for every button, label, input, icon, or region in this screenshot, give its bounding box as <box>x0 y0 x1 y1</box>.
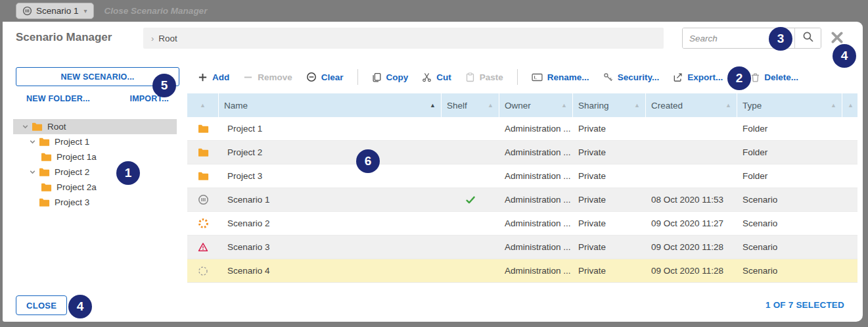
sort-inactive-icon: ▲ <box>488 103 493 109</box>
table-row-scenario-2[interactable]: Scenario 2Administration ...Private09 Oc… <box>187 212 857 236</box>
callout-3: 3 <box>769 27 792 51</box>
table-row-project-1[interactable]: Project 1Administration ...PrivateFolder <box>187 117 857 141</box>
scissors-icon <box>422 72 432 82</box>
cell-name: Scenario 1 <box>219 195 442 205</box>
column-header-sharing[interactable]: Sharing▲ <box>573 93 646 117</box>
cell-owner: Administration ... <box>499 218 573 228</box>
breadcrumb[interactable]: › Root <box>143 28 664 49</box>
sort-inactive-icon: ▲ <box>200 103 206 109</box>
tree-item-label: Project 3 <box>55 197 89 207</box>
cell-owner: Administration ... <box>499 242 573 252</box>
sort-inactive-icon: ▲ <box>831 103 836 109</box>
callout-4: 4 <box>833 44 856 68</box>
chevron-right-icon: › <box>151 34 154 43</box>
cell-type: Folder <box>737 124 842 134</box>
scenario-empty-icon <box>187 266 219 276</box>
delete-button[interactable]: Delete... <box>751 72 798 82</box>
column-header-name[interactable]: Name▲ <box>219 93 442 117</box>
table-row-scenario-3[interactable]: Scenario 3Administration ...Private09 Oc… <box>187 236 857 259</box>
new-folder-link[interactable]: NEW FOLDER... <box>26 94 90 103</box>
export-icon <box>673 72 683 82</box>
remove-button: Remove <box>243 72 292 82</box>
clear-button[interactable]: Clear <box>306 72 344 82</box>
search-icon <box>802 31 814 45</box>
security-button[interactable]: Security... <box>603 72 660 82</box>
chevron-down-icon[interactable] <box>29 168 39 176</box>
toolbar-separator <box>517 69 518 85</box>
table-row-project-3[interactable]: Project 3Administration ...PrivateFolder <box>187 164 857 188</box>
cell-sharing: Private <box>573 266 646 276</box>
chevron-down-icon[interactable] <box>22 123 32 130</box>
close-icon[interactable] <box>829 30 845 45</box>
cell-name: Scenario 2 <box>219 218 442 228</box>
callout-4: 4 <box>68 295 92 318</box>
folder-icon <box>187 124 219 134</box>
cell-owner: Administration ... <box>499 195 573 205</box>
column-header-gutter[interactable]: ▲ <box>842 93 859 117</box>
table-row-scenario-4[interactable]: Scenario 4Administration ...Private09 Oc… <box>187 259 857 283</box>
cut-button[interactable]: Cut <box>422 72 451 82</box>
column-header-type[interactable]: Type▲ <box>737 93 842 117</box>
search-button[interactable] <box>794 28 821 48</box>
toolbar: AddRemoveClearCopyCutPasteRename...Secur… <box>187 63 859 91</box>
table-row-scenario-1[interactable]: Scenario 1Administration ...Private08 Oc… <box>187 188 857 212</box>
tree-item-project-1[interactable]: Project 1 <box>13 134 177 149</box>
copy-button[interactable]: Copy <box>372 72 409 82</box>
tree-item-project-2a[interactable]: Project 2a <box>13 180 177 195</box>
circle-minus-icon <box>306 72 317 82</box>
callout-6: 6 <box>356 149 380 173</box>
tree-item-project-1a[interactable]: Project 1a <box>13 149 177 164</box>
rename-button[interactable]: Rename... <box>532 72 589 82</box>
cell-sharing: Private <box>573 195 646 205</box>
close-button[interactable]: CLOSE <box>16 295 67 315</box>
cell-created: 09 Oct 2020 11:28 <box>646 242 737 252</box>
cell-created: 09 Oct 2020 11:27 <box>646 218 737 228</box>
add-button[interactable]: Add <box>198 72 229 82</box>
cell-created: 08 Oct 2020 11:53 <box>646 195 737 205</box>
sort-inactive-icon: ▲ <box>634 103 640 109</box>
cell-sharing: Private <box>573 124 646 134</box>
table-row-project-2[interactable]: Project 2Administration ...PrivateFolder <box>187 141 857 164</box>
check-icon <box>442 194 499 206</box>
cell-type: Scenario <box>737 266 842 276</box>
cell-type: Scenario <box>737 218 842 228</box>
tree-item-label: Project 1 <box>55 137 89 147</box>
chevron-down-icon[interactable] <box>29 138 39 145</box>
active-scenario-label: Scenario 1 <box>36 6 79 16</box>
scenario-paused-icon <box>22 6 32 16</box>
export-button[interactable]: Export... <box>673 72 723 82</box>
scenario-paused-icon <box>187 194 219 205</box>
close-scenario-manager-link[interactable]: Close Scenario Manager <box>104 6 208 16</box>
tree-item-label: Project 2 <box>55 167 89 177</box>
column-header-owner[interactable]: Owner▲ <box>499 93 573 117</box>
folder-icon <box>41 182 52 192</box>
column-header-created[interactable]: Created▲ <box>646 93 737 117</box>
callout-2: 2 <box>727 66 751 90</box>
rename-icon <box>532 73 543 82</box>
folder-icon <box>187 171 219 181</box>
folder-icon <box>32 122 43 132</box>
column-header-icon[interactable]: ▲ <box>187 93 219 117</box>
cell-created: 09 Oct 2020 11:28 <box>646 266 737 276</box>
cell-owner: Administration ... <box>499 147 573 157</box>
tree-item-project-3[interactable]: Project 3 <box>13 195 177 210</box>
callout-1: 1 <box>116 161 140 185</box>
tree-item-root[interactable]: Root <box>13 119 177 134</box>
folder-icon <box>39 167 50 177</box>
cell-name: Project 1 <box>219 124 442 134</box>
folder-icon <box>187 147 219 157</box>
tree-item-project-2[interactable]: Project 2 <box>13 164 177 180</box>
cell-name: Scenario 3 <box>219 242 442 252</box>
cell-type: Folder <box>737 147 842 157</box>
active-scenario-button[interactable]: Scenario 1 ▾ <box>16 3 94 19</box>
cell-name: Project 2 <box>219 147 442 157</box>
cell-type: Scenario <box>737 242 842 252</box>
sort-inactive-icon: ▲ <box>561 103 567 109</box>
cell-type: Scenario <box>737 195 842 205</box>
chevron-down-icon: ▾ <box>84 7 87 14</box>
column-header-shelf[interactable]: Shelf▲ <box>442 93 499 117</box>
toolbar-separator <box>357 69 358 85</box>
sidebar-links: NEW FOLDER... IMPORT... <box>16 94 179 103</box>
key-icon <box>603 72 613 82</box>
breadcrumb-root-label: Root <box>158 34 177 43</box>
